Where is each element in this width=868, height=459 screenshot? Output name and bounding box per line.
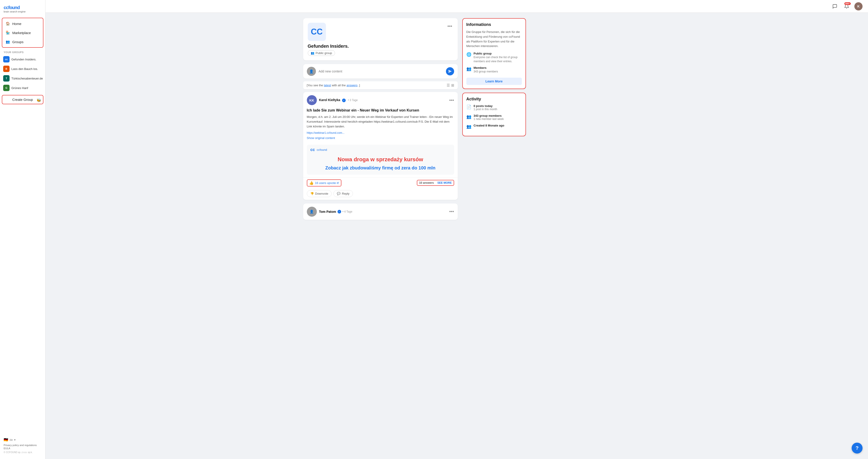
activity-members-sub: 1 new member last week <box>474 118 504 121</box>
language-code: de <box>9 438 13 441</box>
poster-avatar: 👤 <box>307 67 316 76</box>
chevron-down-icon: ▾ <box>14 438 16 441</box>
flag-icon: 🇩🇪 <box>4 438 8 442</box>
reply-icon: 💬 <box>337 192 340 195</box>
list-icon[interactable]: ☰ <box>446 83 450 88</box>
new-post-input[interactable] <box>319 69 443 73</box>
activity-members-main: 343 group members <box>474 114 504 118</box>
activity-members-text: 343 group members 1 new member last week <box>474 114 504 121</box>
language-selector[interactable]: 🇩🇪 de ▾ <box>4 438 41 442</box>
upvote-count: 16 users upvote it! <box>315 181 339 185</box>
post-card-1: KK Karol Kieltyka ✓ • 3 Tage ••• Ich lad… <box>303 92 458 200</box>
public-group-info-title: Public group <box>474 52 522 55</box>
post-link[interactable]: https://webinar1.ccfound.com... <box>307 131 454 134</box>
activity-created-text: Created 8 Monate ago <box>474 124 504 127</box>
learn-more-button[interactable]: Learn More <box>466 78 522 85</box>
sidebar-group-gefunden[interactable]: cc Gefunden Insiders. <box>0 55 45 64</box>
post-card-2: 👤 Tom Patom ✓ • 4 Tage ••• <box>303 203 458 220</box>
author-name-row: Karol Kieltyka ✓ • 3 Tage <box>319 98 358 102</box>
send-post-button[interactable] <box>446 67 454 75</box>
downvote-icon: 👎 <box>310 192 314 195</box>
informations-description: Die Gruppe für Personen, die sich für di… <box>466 30 522 48</box>
globe-icon: 🌐 <box>466 52 471 57</box>
preview-brand: ccfound <box>317 148 327 152</box>
activity-row-members: 👥 343 group members 1 new member last we… <box>466 114 522 121</box>
user-initial: K <box>857 4 860 8</box>
preview-headline: Nowa droga w sprzedaży kursów <box>310 156 451 163</box>
sidebar-nav-marketplace-label: Marketplace <box>12 31 31 35</box>
downvote-button[interactable]: 👎 Downvote <box>307 190 332 197</box>
notifications-button[interactable]: 999+ <box>842 2 851 10</box>
messages-button[interactable] <box>831 2 839 10</box>
topbar: 999+ K <box>45 0 868 13</box>
logo-text: ccfound <box>4 5 26 10</box>
grid-icon[interactable]: ⊞ <box>451 83 454 88</box>
post-preview-card: cc ccfound Nowa droga w sprzedaży kursów… <box>307 145 454 175</box>
second-post-author: Tom Patom <box>319 210 336 214</box>
second-verified-icon: ✓ <box>338 210 341 214</box>
upvote-section[interactable]: 👍 16 users upvote it! <box>307 179 341 187</box>
question-mark-icon: ? <box>856 445 859 451</box>
group-more-button[interactable]: ••• <box>446 23 453 30</box>
post-header: KK Karol Kieltyka ✓ • 3 Tage ••• <box>303 92 458 107</box>
group-name: Gefunden Insiders. <box>308 43 453 49</box>
verified-icon: ✓ <box>342 99 346 102</box>
answers-section[interactable]: 10 answers SEE MORE <box>417 180 454 186</box>
post-more-button[interactable]: ••• <box>449 98 454 103</box>
preview-subheadline: Zobacz jak zbudowaliśmy firmę od zera do… <box>310 165 451 171</box>
members-info-count: 343 group members <box>474 69 498 74</box>
sidebar-nav-home-label: Home <box>12 22 21 26</box>
group-avatar-hanf: G <box>3 85 9 91</box>
group-header-top: CC ••• <box>308 23 453 41</box>
members-info-row: 👥 Members 343 group members <box>466 66 522 74</box>
home-icon: 🏠 <box>5 21 10 26</box>
privacy-link[interactable]: Privacy policy and regulations <box>4 444 41 447</box>
latest-link[interactable]: latest <box>324 84 331 87</box>
members-info-content: Members 343 group members <box>474 66 498 74</box>
group-name-bauch: Lass den Bauch los. <box>11 67 38 71</box>
activity-posts-sub: 1 post in this month <box>474 108 497 111</box>
public-group-label: Public group <box>316 51 332 55</box>
document-icon: 📄 <box>466 104 471 109</box>
second-post-info: Tom Patom ✓ • 4 Tage <box>319 210 352 214</box>
create-group-button[interactable]: Create Group 🐝 <box>2 95 43 104</box>
second-post-time: • 4 Tage <box>343 210 352 213</box>
sidebar-item-groups[interactable]: 👥 Groups <box>2 37 43 46</box>
public-group-info-row: 🌐 Public group Everyone can check the li… <box>466 52 522 63</box>
activity-posts-text: 0 posts today 1 post in this month <box>474 104 497 111</box>
activity-posts-main: 0 posts today <box>474 104 497 108</box>
feed-column: CC ••• Gefunden Insiders. 👥 Public group… <box>303 18 458 224</box>
sidebar-item-marketplace[interactable]: 🏪 Marketplace <box>2 28 43 37</box>
sidebar-nav: 🏠 Home 🏪 Marketplace 👥 Groups <box>2 18 43 48</box>
public-group-badge[interactable]: 👥 Public group <box>308 50 335 56</box>
members-info-title: Members <box>474 66 498 69</box>
members-icon: 👥 <box>466 66 471 71</box>
help-button[interactable]: ? <box>851 442 863 454</box>
answers-link[interactable]: answers <box>347 84 358 87</box>
post-author: KK Karol Kieltyka ✓ • 3 Tage <box>307 95 358 105</box>
eula-link[interactable]: EULA <box>4 447 41 450</box>
activity-members-icon: 👥 <box>466 114 471 119</box>
sidebar-item-home[interactable]: 🏠 Home <box>2 19 43 28</box>
post-reactions: 👍 16 users upvote it! 10 answers SEE MOR… <box>303 177 458 188</box>
group-name-trkisch: Türkischesabenteuer.de <box>11 77 43 80</box>
preview-logo: cc <box>310 147 315 152</box>
show-original-button[interactable]: Show original content <box>307 136 454 140</box>
reply-button[interactable]: 💬 Reply <box>334 190 353 197</box>
preview-body: Nowa droga w sprzedaży kursów Zobacz jak… <box>307 154 454 175</box>
activity-row-posts: 📄 0 posts today 1 post in this month <box>466 104 522 111</box>
thumbs-up-icon: 👍 <box>309 181 314 185</box>
activity-row-created: 👥 Created 8 Monate ago <box>466 124 522 129</box>
see-more-label[interactable]: SEE MORE <box>437 181 452 185</box>
user-avatar[interactable]: K <box>855 2 863 10</box>
sidebar-group-hanf[interactable]: G Grünes Hanf <box>0 83 45 93</box>
sidebar-group-trkisch[interactable]: T Türkischesabenteuer.de <box>0 74 45 83</box>
post-footer: 👍 16 users upvote it! 10 answers SEE MOR… <box>303 177 458 200</box>
activity-title: Activity <box>466 97 522 101</box>
answers-count: 10 answers <box>419 181 434 185</box>
sidebar-nav-groups-label: Groups <box>12 40 23 44</box>
group-name-hanf: Grünes Hanf <box>11 86 28 90</box>
second-post-more[interactable]: ••• <box>449 209 454 214</box>
group-avatar-bauch: B <box>3 66 9 72</box>
sidebar-group-bauch[interactable]: B Lass den Bauch los. <box>0 64 45 74</box>
